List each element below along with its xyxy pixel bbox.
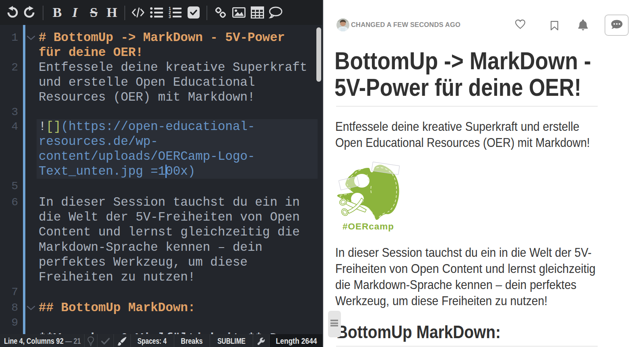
svg-text:#OERcamp: #OERcamp: [343, 221, 394, 231]
svg-text:3: 3: [169, 14, 171, 19]
